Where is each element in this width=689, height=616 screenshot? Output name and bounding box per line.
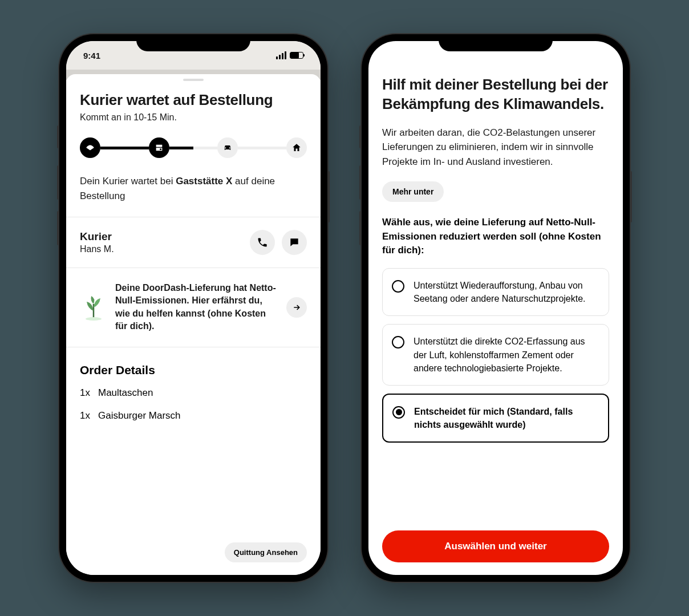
svg-rect-0 bbox=[160, 148, 161, 150]
signal-icon bbox=[276, 51, 286, 59]
phone-icon bbox=[257, 237, 268, 248]
eta-subtitle: Kommt an in 10-15 Min. bbox=[80, 112, 307, 123]
view-receipt-button[interactable]: Quittung Ansehen bbox=[225, 542, 307, 562]
delivery-progress bbox=[80, 137, 307, 158]
call-courier-button[interactable] bbox=[250, 230, 275, 255]
svg-point-1 bbox=[86, 317, 102, 321]
select-and-continue-button[interactable]: Auswählen und weiter bbox=[382, 530, 609, 562]
order-details-title: Order Details bbox=[80, 363, 307, 377]
learn-more-button[interactable]: Mehr unter bbox=[382, 181, 444, 202]
eco-arrow-button[interactable] bbox=[286, 297, 307, 318]
status-time: 9:41 bbox=[83, 51, 100, 60]
order-item: 1x Gaisburger Marsch bbox=[80, 410, 307, 422]
climate-screen: Hilf mit deiner Bestellung bei der Bekäm… bbox=[368, 41, 623, 575]
plant-icon bbox=[80, 294, 107, 321]
climate-body: Wir arbeiten daran, die CO2-Belastungen … bbox=[382, 125, 609, 169]
arrow-right-icon bbox=[292, 303, 301, 312]
status-message: Dein Kurier wartet bei Gaststätte X auf … bbox=[80, 174, 307, 203]
option-reforestation[interactable]: Unterstützt Wiederaufforstung, Anbau von… bbox=[382, 268, 609, 316]
order-status-sheet: Kurier wartet auf Bestellung Kommt an in… bbox=[66, 74, 321, 575]
progress-step-delivered bbox=[286, 137, 307, 158]
message-courier-button[interactable] bbox=[282, 230, 307, 255]
phone-left: 9:41 Kurier wartet auf Bestellung Kommt … bbox=[59, 34, 327, 582]
radio-icon bbox=[392, 280, 404, 293]
progress-step-pickup bbox=[217, 137, 238, 158]
courier-label: Kurier bbox=[80, 230, 114, 243]
climate-title: Hilf mit deiner Bestellung bei der Bekäm… bbox=[382, 75, 609, 114]
eco-info-card[interactable]: Deine DoorDash-Lieferung hat Netto-Null-… bbox=[80, 268, 307, 347]
courier-section: Kurier Hans M. bbox=[80, 217, 307, 268]
order-item: 1x Maultaschen bbox=[80, 387, 307, 399]
courier-name: Hans M. bbox=[80, 244, 114, 254]
radio-icon bbox=[392, 406, 405, 419]
phone-right: Hilf mit deiner Bestellung bei der Bekäm… bbox=[362, 34, 630, 582]
chat-icon bbox=[289, 237, 300, 248]
option-decide-for-me[interactable]: Entscheidet für mich (Standard, falls ni… bbox=[382, 394, 609, 443]
progress-step-preparing bbox=[149, 137, 169, 158]
battery-icon bbox=[290, 52, 303, 59]
sheet-grab-handle[interactable] bbox=[183, 79, 204, 81]
option-carbon-capture[interactable]: Unterstützt die direkte CO2-Erfassung au… bbox=[382, 324, 609, 386]
page-title: Kurier wartet auf Bestellung bbox=[80, 91, 307, 109]
radio-icon bbox=[392, 336, 404, 348]
eco-info-text: Deine DoorDash-Lieferung hat Netto-Null-… bbox=[115, 282, 278, 333]
choose-label: Wähle aus, wie deine Lieferung auf Netto… bbox=[382, 216, 609, 258]
progress-step-ordered bbox=[80, 137, 100, 158]
